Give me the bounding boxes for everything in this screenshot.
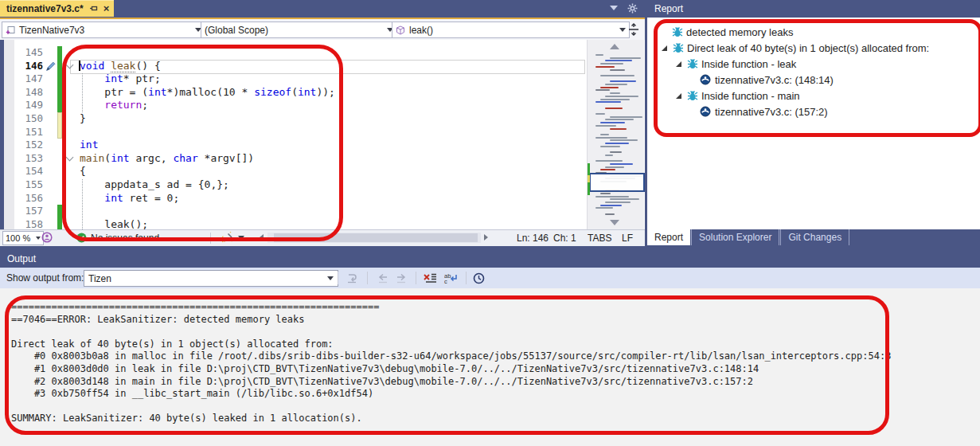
line-number-147[interactable]: 147 bbox=[14, 72, 43, 86]
toggle-word-wrap-icon[interactable]: abc bbox=[443, 271, 459, 285]
code-line-146[interactable]: void leak() { bbox=[80, 60, 335, 73]
code-line-151[interactable] bbox=[80, 126, 335, 139]
minimap-code-stripe bbox=[595, 66, 615, 68]
minimap-code-stripe bbox=[600, 63, 623, 65]
zoom-level-dropdown[interactable]: 100 % bbox=[2, 231, 44, 245]
live-share-icon[interactable] bbox=[41, 232, 53, 245]
issues-check-icon[interactable] bbox=[76, 233, 87, 245]
output-panel-titlebar[interactable]: Output bbox=[0, 250, 980, 268]
breakpoint-margin[interactable] bbox=[4, 40, 14, 229]
minimap-code-stripe bbox=[595, 89, 610, 91]
line-number-152[interactable]: 152 bbox=[14, 139, 43, 152]
output-source-dropdown[interactable]: Tizen bbox=[84, 270, 338, 287]
pin-icon[interactable] bbox=[89, 4, 98, 13]
panel-tab-git-changes[interactable]: Git Changes bbox=[780, 229, 849, 245]
line-number-153[interactable]: 153 bbox=[14, 152, 43, 166]
line-number-146[interactable]: 146 bbox=[14, 60, 43, 73]
report-tree-item[interactable]: tizennative7v3.c: (148:14) bbox=[647, 72, 980, 88]
split-editor-button[interactable] bbox=[623, 21, 643, 37]
horizontal-scrollbar[interactable] bbox=[267, 233, 481, 243]
goto-previous-message-icon[interactable] bbox=[374, 271, 390, 285]
panel-tab-solution-explorer[interactable]: Solution Explorer bbox=[691, 229, 779, 245]
code-line-147[interactable]: int* ptr; bbox=[80, 72, 335, 86]
goto-next-message-icon[interactable] bbox=[393, 271, 409, 285]
text-caret bbox=[79, 61, 80, 71]
visual-studio-window: tizennative7v3.c* × TizenNative7v3 (Glob… bbox=[0, 0, 980, 446]
report-panel-titlebar[interactable]: Report bbox=[647, 0, 980, 18]
document-tab[interactable]: tizennative7v3.c* × bbox=[0, 0, 114, 17]
code-line-155[interactable]: appdata_s ad = {0,}; bbox=[80, 178, 335, 192]
project-dropdown-value: TizenNative7v3 bbox=[19, 25, 84, 36]
report-tree-item[interactable]: Direct leak of 40 byte(s) in 1 object(s)… bbox=[647, 40, 980, 56]
tab-list-chevron-icon[interactable] bbox=[610, 6, 618, 10]
line-number-151[interactable]: 151 bbox=[14, 126, 43, 139]
scope-dropdown[interactable]: (Global Scope) bbox=[201, 22, 397, 38]
minimap-code-stripe bbox=[605, 166, 624, 168]
scroll-down-icon[interactable] bbox=[610, 220, 619, 225]
code-line-157[interactable] bbox=[80, 205, 335, 218]
code-line-149[interactable]: return; bbox=[80, 99, 335, 112]
navigation-bar: TizenNative7v3 (Global Scope) leak() bbox=[0, 19, 645, 41]
scroll-up-icon[interactable] bbox=[610, 44, 619, 49]
scope-dropdown-value: (Global Scope) bbox=[205, 25, 268, 36]
report-tree-item[interactable]: detected memory leaks bbox=[647, 24, 980, 40]
minimap-code-stripe bbox=[605, 201, 631, 203]
line-number-150[interactable]: 150 bbox=[14, 112, 43, 126]
output-line bbox=[11, 401, 891, 413]
line-number-148[interactable]: 148 bbox=[14, 86, 43, 100]
expander-arrow-icon[interactable] bbox=[676, 93, 681, 99]
zoom-level-value: 100 % bbox=[6, 233, 30, 243]
tree-item-label: detected memory leaks bbox=[686, 26, 793, 38]
code-line-153[interactable]: main(int argc, char *argv[]) bbox=[80, 152, 335, 166]
line-number-154[interactable]: 154 bbox=[14, 165, 43, 178]
minimap-code-stripe bbox=[600, 205, 622, 206]
close-tab-icon[interactable]: × bbox=[103, 4, 110, 13]
goto-source-icon[interactable] bbox=[344, 271, 360, 285]
minimap-code-stripe bbox=[595, 137, 627, 139]
report-tree-item[interactable]: Inside function - leak bbox=[647, 56, 980, 72]
report-tree-item[interactable]: Inside function - main bbox=[647, 88, 980, 104]
output-log[interactable]: ========================================… bbox=[0, 288, 980, 446]
editor-scrollbar-map[interactable] bbox=[587, 40, 644, 229]
issues-status-text[interactable]: No issues found bbox=[91, 233, 159, 244]
minimap-code-stripe bbox=[605, 155, 613, 156]
line-number-155[interactable]: 155 bbox=[14, 178, 43, 192]
minimap-code-stripe bbox=[595, 207, 613, 209]
code-line-145[interactable] bbox=[80, 46, 335, 60]
line-number-157[interactable]: 157 bbox=[14, 205, 43, 218]
line-number-156[interactable]: 156 bbox=[14, 192, 43, 205]
line-number-145[interactable]: 145 bbox=[14, 46, 43, 60]
output-line: ========================================… bbox=[11, 301, 891, 314]
report-tree: detected memory leaksDirect leak of 40 b… bbox=[647, 24, 980, 119]
code-line-148[interactable]: ptr = (int*)malloc(10 * sizeof(int)); bbox=[80, 86, 335, 100]
minimap-code-stripe bbox=[600, 87, 619, 88]
editor-status-bar: 100 % No issues found Ln: 146 Ch: 1 TABS… bbox=[0, 229, 645, 246]
code-line-152[interactable]: int bbox=[80, 139, 335, 152]
map-change-mark bbox=[588, 175, 590, 182]
output-line: #1 0x8003d0d0 in leak in file D:\proj\CT… bbox=[11, 363, 891, 376]
code-text[interactable]: void leak() { int* ptr; ptr = (int*)mall… bbox=[80, 46, 335, 231]
output-line: #2 0x8003d148 in main in file D:\proj\CT… bbox=[11, 376, 891, 389]
expander-arrow-icon[interactable] bbox=[676, 61, 681, 67]
scroll-left-icon[interactable] bbox=[260, 234, 264, 241]
minimap-code-stripe bbox=[605, 60, 632, 61]
tree-item-label: Inside function - leak bbox=[701, 58, 796, 70]
line-number-149[interactable]: 149 bbox=[14, 99, 43, 112]
expander-arrow-icon[interactable] bbox=[662, 45, 667, 51]
code-line-150[interactable]: } bbox=[80, 112, 335, 126]
code-cleanup-arrow-icon[interactable] bbox=[238, 236, 244, 240]
scroll-right-icon[interactable] bbox=[484, 234, 488, 241]
member-dropdown[interactable]: leak() bbox=[392, 22, 630, 38]
code-line-156[interactable]: int ret = 0; bbox=[80, 192, 335, 205]
editor-options-gear-icon[interactable] bbox=[627, 3, 638, 16]
project-dropdown[interactable]: TizenNative7v3 bbox=[2, 22, 205, 38]
minimap-code-stripe bbox=[610, 92, 620, 94]
clear-all-icon[interactable] bbox=[422, 271, 438, 285]
code-cleanup-broom-icon[interactable] bbox=[221, 232, 234, 246]
report-tree-item[interactable]: tizennative7v3.c: (157:2) bbox=[647, 104, 980, 119]
horizontal-scrollbar-thumb[interactable] bbox=[274, 233, 478, 242]
code-line-154[interactable]: { bbox=[80, 165, 335, 178]
panel-tab-report[interactable]: Report bbox=[647, 229, 690, 245]
timestamp-clock-icon[interactable] bbox=[470, 271, 486, 285]
scrollbar-viewport-thumb[interactable] bbox=[589, 173, 645, 192]
